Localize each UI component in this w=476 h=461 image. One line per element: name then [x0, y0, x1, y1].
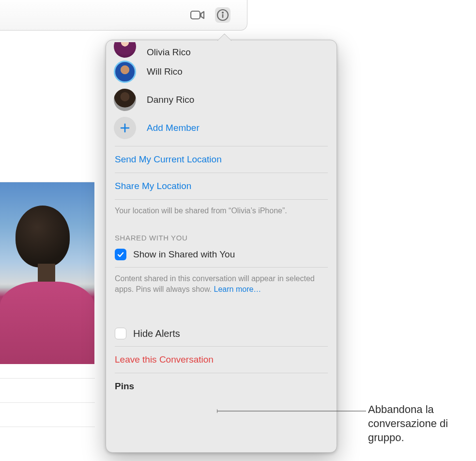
send-location-button[interactable]: Send My Current Location	[115, 146, 328, 173]
details-popover: Olivia Rico Will Rico Danny Rico Add Mem…	[106, 40, 337, 453]
learn-more-link[interactable]: Learn more…	[214, 285, 261, 293]
svg-point-2	[222, 12, 223, 13]
window-titlebar	[0, 0, 247, 31]
hide-alerts-checkbox[interactable]	[115, 328, 126, 339]
member-name: Danny Rico	[147, 95, 194, 105]
avatar	[114, 42, 136, 58]
member-name: Will Rico	[147, 66, 183, 77]
share-location-button[interactable]: Share My Location	[115, 173, 328, 200]
member-row[interactable]: Will Rico	[114, 58, 331, 86]
show-in-shared-checkbox[interactable]	[115, 249, 126, 260]
member-name: Olivia Rico	[147, 47, 191, 58]
member-row[interactable]: Olivia Rico	[114, 42, 331, 58]
avatar	[114, 89, 136, 111]
pins-header: Pins	[115, 373, 328, 399]
member-row[interactable]: Danny Rico	[114, 86, 331, 114]
add-member-button[interactable]: Add Member	[114, 114, 331, 142]
hide-alerts-row[interactable]: Hide Alerts	[115, 321, 328, 347]
divider	[0, 378, 95, 379]
show-in-shared-row[interactable]: Show in Shared with You	[115, 247, 328, 268]
svg-rect-0	[191, 11, 200, 19]
hide-alerts-label: Hide Alerts	[133, 328, 180, 339]
add-member-label: Add Member	[147, 123, 200, 133]
share-location-hint: Your location will be shared from “Olivi…	[115, 200, 328, 231]
divider	[0, 427, 95, 427]
plus-icon	[114, 117, 136, 139]
show-in-shared-label: Show in Shared with You	[133, 249, 235, 260]
shared-with-you-header: SHARED WITH YOU	[115, 231, 328, 247]
avatar	[114, 61, 136, 83]
divider	[0, 402, 95, 403]
video-call-button[interactable]	[190, 7, 205, 23]
svg-rect-3	[222, 14, 224, 18]
shared-with-you-description: Content shared in this conversation will…	[115, 268, 328, 299]
annotation-text: Abbandona la conversazione di gruppo.	[368, 402, 470, 445]
info-button[interactable]	[215, 7, 230, 23]
conversation-photo	[0, 182, 94, 364]
leave-conversation-button[interactable]: Leave this Conversation	[115, 347, 328, 373]
members-list: Olivia Rico Will Rico Danny Rico Add Mem…	[106, 40, 337, 142]
